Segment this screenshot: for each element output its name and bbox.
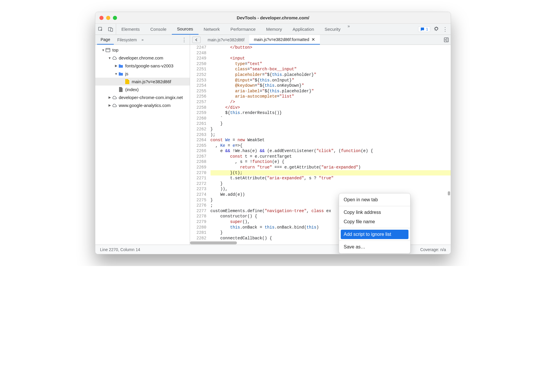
- settings-icon[interactable]: [434, 26, 439, 32]
- editor-tab-mainjs-formatted[interactable]: main.js?v=e382d86f:formatted✕: [249, 35, 320, 45]
- tree-top-frame[interactable]: ▼ top: [95, 46, 190, 54]
- tree-file-mainjs[interactable]: main.js?v=e382d86f: [95, 78, 190, 86]
- issues-count: 1: [426, 27, 428, 31]
- close-tab-icon[interactable]: ✕: [311, 37, 315, 42]
- code-content[interactable]: </button> <input type="text" class="sear…: [210, 45, 451, 241]
- cloud-icon: [112, 95, 117, 100]
- tab-console[interactable]: Console: [145, 24, 172, 35]
- tab-network[interactable]: Network: [199, 24, 225, 35]
- navigator-tabs: Page Filesystem » ⋮: [95, 35, 190, 45]
- navigator-menu-icon[interactable]: ⋮: [179, 35, 190, 45]
- maximize-window-icon[interactable]: [113, 16, 117, 20]
- editor-pane: main.js?v=e382d86f main.js?v=e382d86f:fo…: [190, 35, 451, 245]
- tab-memory[interactable]: Memory: [261, 24, 287, 35]
- context-open-new-tab[interactable]: Open in new tab: [339, 195, 410, 204]
- frame-icon: [105, 47, 111, 53]
- more-menu-icon[interactable]: ⋮: [442, 26, 448, 33]
- cloud-icon: [112, 55, 117, 61]
- svg-rect-2: [111, 28, 113, 31]
- tree-folder-fonts[interactable]: ▶ fonts/google-sans-v2003: [95, 62, 190, 70]
- inspect-element-icon[interactable]: [98, 26, 104, 32]
- navigator-tab-page[interactable]: Page: [97, 35, 114, 45]
- tab-performance[interactable]: Performance: [225, 24, 261, 35]
- titlebar: DevTools - developer.chrome.com/: [95, 12, 451, 24]
- tab-elements[interactable]: Elements: [116, 24, 145, 35]
- navigator-pane: Page Filesystem » ⋮ ▼ top ▼ developer.ch…: [95, 35, 190, 245]
- context-menu-separator: [339, 241, 410, 241]
- tree-file-index[interactable]: (index): [95, 86, 190, 93]
- context-menu: Open in new tab Copy link address Copy f…: [339, 193, 411, 254]
- panel-body: Page Filesystem » ⋮ ▼ top ▼ developer.ch…: [95, 35, 451, 245]
- context-save-as[interactable]: Save as…: [339, 242, 410, 252]
- devtools-window: DevTools - developer.chrome.com/ Element…: [95, 12, 451, 254]
- context-menu-separator: [339, 206, 410, 206]
- svg-rect-3: [106, 48, 110, 52]
- tab-application[interactable]: Application: [287, 24, 319, 35]
- main-toolbar: Elements Console Sources Network Perform…: [95, 24, 451, 35]
- cloud-icon: [112, 103, 117, 108]
- navigator-tab-filesystem[interactable]: Filesystem: [114, 35, 140, 45]
- navigator-more-icon[interactable]: »: [142, 35, 144, 45]
- tab-security[interactable]: Security: [319, 24, 346, 35]
- line-number-gutter[interactable]: 2247224822492250225122522253225422552256…: [190, 45, 210, 241]
- tree-domain-google-analytics[interactable]: ▶ www.google-analytics.com: [95, 101, 190, 109]
- context-copy-file[interactable]: Copy file name: [339, 217, 410, 226]
- more-tabs-icon[interactable]: »: [346, 24, 352, 35]
- tree-folder-js[interactable]: ▼ js: [95, 70, 190, 78]
- tab-sources[interactable]: Sources: [172, 24, 199, 35]
- file-tree: ▼ top ▼ developer.chrome.com ▶ fonts/goo…: [95, 45, 190, 110]
- window-controls: [99, 16, 117, 20]
- folder-icon: [118, 71, 123, 76]
- coverage-status: Coverage: n/a: [420, 247, 446, 252]
- context-add-ignore-list[interactable]: Add script to ignore list: [341, 230, 408, 239]
- editor-tabs: main.js?v=e382d86f main.js?v=e382d86f:fo…: [190, 35, 451, 45]
- issues-badge[interactable]: 1: [418, 26, 430, 32]
- minimize-window-icon[interactable]: [106, 16, 110, 20]
- tree-domain-imgix[interactable]: ▶ developer-chrome-com.imgix.net: [95, 93, 190, 101]
- folder-icon: [118, 63, 123, 69]
- device-mode-icon[interactable]: [108, 26, 113, 32]
- show-debugger-pane-icon[interactable]: [442, 35, 451, 45]
- cursor-position: Line 2270, Column 14: [100, 247, 140, 252]
- close-window-icon[interactable]: [99, 16, 104, 20]
- horizontal-scrollbar[interactable]: [190, 241, 237, 244]
- panel-tabs: Elements Console Sources Network Perform…: [116, 24, 415, 35]
- context-menu-separator: [339, 228, 410, 228]
- js-file-icon: [125, 79, 130, 84]
- navigate-history-icon[interactable]: [192, 37, 201, 43]
- window-title: DevTools - developer.chrome.com/: [95, 15, 451, 20]
- editor-tab-mainjs[interactable]: main.js?v=e382d86f: [203, 35, 249, 45]
- context-copy-link[interactable]: Copy link address: [339, 208, 410, 217]
- code-editor[interactable]: 2247224822492250225122522253225422552256…: [190, 45, 451, 245]
- tree-domain-developer-chrome[interactable]: ▼ developer.chrome.com: [95, 54, 190, 62]
- file-icon: [118, 87, 123, 92]
- vertical-scrollbar[interactable]: [448, 191, 450, 195]
